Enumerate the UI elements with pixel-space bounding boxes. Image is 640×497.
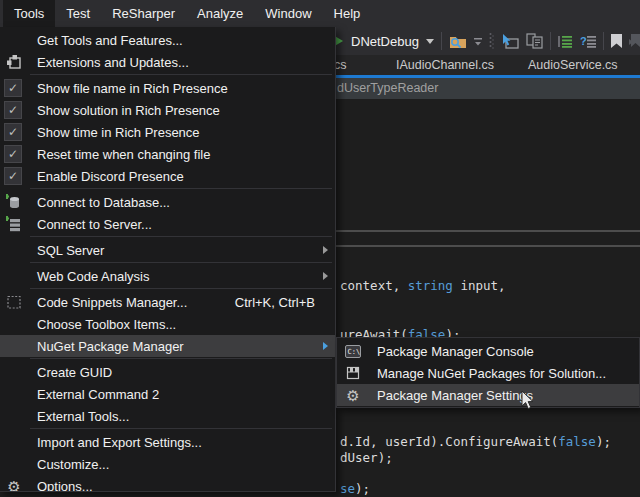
menu-item-label: Get Tools and Features... [37,33,183,48]
checkmark-icon: ✓ [4,123,22,141]
menubar-item-help[interactable]: Help [323,0,372,27]
menu-item-reset-time-when-changing-file[interactable]: ✓Reset time when changing file [0,143,335,165]
menu-item-label: Customize... [37,457,109,472]
menu-item-label: NuGet Package Manager [37,339,184,354]
menu-item-extensions-and-updates[interactable]: Extensions and Updates... [0,51,335,73]
mouse-cursor-icon [521,390,537,412]
checkmark-icon: ✓ [4,79,22,97]
server-icon [5,215,23,233]
nuget-submenu: C:\Package Manager ConsoleManage NuGet P… [336,337,640,408]
toolbar-separator [441,32,442,50]
menu-item-label: Show solution in Rich Presence [37,103,220,118]
menu-item-show-solution-in-rich-presence[interactable]: ✓Show solution in Rich Presence [0,99,335,121]
menu-item-label: Extensions and Updates... [37,55,189,70]
menu-item-get-tools-and-features[interactable]: Get Tools and Features... [0,29,335,51]
tab-iaudiochannel[interactable]: IAudioChannel.cs [396,58,494,72]
gear-icon: ⚙ [344,386,362,404]
menu-item-web-code-analysis[interactable]: Web Code Analysis [0,265,335,287]
menu-item-label: External Tools... [37,409,129,424]
code-line: d.Id, userId).ConfigureAwait(false); [340,434,611,449]
menu-item-show-time-in-rich-presence[interactable]: ✓Show time in Rich Presence [0,121,335,143]
menu-item-package-manager-console[interactable]: C:\Package Manager Console [337,340,639,362]
menu-item-label: Options... [37,479,93,493]
tab-audioservice[interactable]: AudioService.cs [528,58,618,72]
menu-item-shortcut: Ctrl+K, Ctrl+B [235,295,335,310]
code-line: context, string input, [340,278,506,293]
svg-text:?: ? [580,35,587,47]
toolbar-separator [550,32,551,50]
toolbar-grip[interactable] [489,32,494,50]
dropdown-caret-icon[interactable] [426,38,434,44]
menubar-item-analyze[interactable]: Analyze [186,0,254,27]
package-icon [344,364,362,382]
copy-code-icon[interactable] [526,33,543,49]
tools-menu: Get Tools and Features...Extensions and … [0,27,336,492]
menu-item-package-manager-settings[interactable]: ⚙Package Manager Settings [337,384,639,406]
menubar-item-test[interactable]: Test [55,0,101,27]
menu-item-manage-nuget-packages-for-solution[interactable]: Manage NuGet Packages for Solution... [337,362,639,384]
menubar-item-resharper[interactable]: ReSharper [101,0,186,27]
menu-bar: ToolsTestReSharperAnalyzeWindowHelp [0,0,640,27]
help-lines-icon[interactable]: ? [580,35,596,48]
bookmark-dim-icon[interactable] [629,34,640,48]
bookmark-icon[interactable] [611,34,622,48]
toolbar-separator [603,32,604,50]
menu-item-connect-to-server[interactable]: Connect to Server... [0,213,335,235]
run-config-dropdown[interactable]: DNetDebug [351,34,419,49]
navigate-to-icon[interactable] [501,33,519,49]
menu-item-sql-server[interactable]: SQL Server [0,239,335,261]
menu-item-connect-to-database[interactable]: Connect to Database... [0,191,335,213]
extensions-icon [5,53,23,71]
checkmark-icon: ✓ [4,145,22,163]
checkmark-icon: ✓ [4,101,22,119]
gear-icon: ⚙ [5,477,23,492]
menu-item-label: Manage NuGet Packages for Solution... [377,366,606,381]
format-lines-icon[interactable] [558,35,573,48]
ide-window: context, string input,ureAwait(false);d.… [0,0,640,497]
svg-text:C:\: C:\ [348,348,361,356]
submenu-arrow-icon [323,246,328,254]
menu-item-label: Choose Toolbox Items... [37,317,176,332]
menubar-item-window[interactable]: Window [254,0,322,27]
find-in-files-icon[interactable] [449,34,467,49]
menu-item-label: Package Manager Console [377,344,534,359]
menu-item-create-guid[interactable]: Create GUID [0,361,335,383]
menu-item-nuget-package-manager[interactable]: NuGet Package Manager [0,335,335,357]
menu-item-label: Import and Export Settings... [37,435,202,450]
editor-splitter-line [331,245,640,247]
menu-item-label: SQL Server [37,243,104,258]
menu-item-code-snippets-manager[interactable]: Code Snippets Manager...Ctrl+K, Ctrl+B [0,291,335,313]
menu-item-options[interactable]: ⚙Options... [0,475,335,492]
code-snippets-icon [5,293,23,311]
submenu-arrow-icon [323,342,328,350]
code-line: se); [340,481,370,496]
menu-item-label: Show time in Rich Presence [37,125,200,140]
submenu-arrow-icon [323,272,328,280]
menu-item-label: Package Manager Settings [377,388,533,403]
database-icon [5,193,23,211]
console-icon: C:\ [344,342,362,360]
menu-item-label: External Command 2 [37,387,159,402]
menu-item-label: Create GUID [37,365,112,380]
menu-item-customize[interactable]: Customize... [0,453,335,475]
menu-item-import-and-export-settings[interactable]: Import and Export Settings... [0,431,335,453]
menu-item-external-command-2[interactable]: External Command 2 [0,383,335,405]
menu-item-choose-toolbox-items[interactable]: Choose Toolbox Items... [0,313,335,335]
menu-item-label: Reset time when changing file [37,147,210,162]
menu-item-label: Connect to Database... [37,195,170,210]
menu-item-label: Connect to Server... [37,217,152,232]
checkmark-icon: ✓ [4,167,22,185]
menu-item-label: Code Snippets Manager... [37,295,187,310]
menu-item-label: Web Code Analysis [37,269,150,284]
code-line: dUser); [340,450,393,465]
menu-item-label: Show file name in Rich Presence [37,81,228,96]
member-dropdown-text[interactable]: dUserTypeReader [337,81,438,95]
menu-item-label: Enable Discord Presence [37,169,184,184]
editor-splitter-line [331,230,640,232]
menubar-item-tools[interactable]: Tools [3,0,55,27]
overflow-caret-icon[interactable] [474,36,482,46]
menu-item-enable-discord-presence[interactable]: ✓Enable Discord Presence [0,165,335,187]
menu-item-show-file-name-in-rich-presence[interactable]: ✓Show file name in Rich Presence [0,77,335,99]
menu-item-external-tools[interactable]: External Tools... [0,405,335,427]
